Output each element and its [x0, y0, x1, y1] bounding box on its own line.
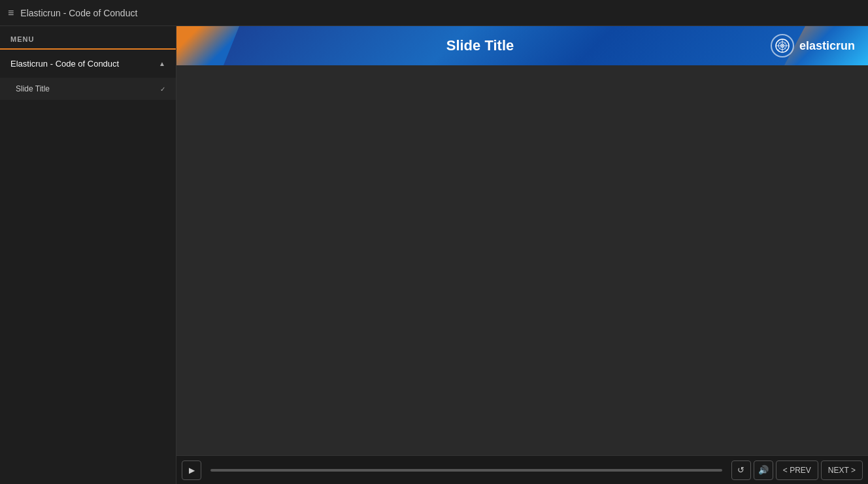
sidebar-menu-label: MENU: [0, 26, 176, 50]
next-button[interactable]: NEXT >: [821, 460, 863, 480]
elasticrun-logo-icon: [771, 34, 794, 57]
logo-area: elasticrun: [771, 34, 855, 57]
seekbar[interactable]: [210, 469, 722, 472]
slide-header: Slide Title: [176, 26, 868, 65]
sidebar: MENU Elasticrun - Code of Conduct ▲ Slid…: [0, 26, 176, 484]
sidebar-course-item[interactable]: Elasticrun - Code of Conduct ▲: [0, 50, 176, 78]
logo-text: elasticrun: [799, 39, 855, 53]
slide-title: Slide Title: [190, 37, 771, 54]
prev-button[interactable]: < PREV: [776, 460, 818, 480]
volume-icon: 🔊: [758, 465, 769, 475]
main-area: MENU Elasticrun - Code of Conduct ▲ Slid…: [0, 26, 868, 484]
play-button[interactable]: ▶: [182, 460, 201, 480]
bottom-bar: ▶ ↺ 🔊 < PREV: [176, 455, 868, 484]
top-bar-title: Elasticrun - Code of Conduct: [20, 8, 137, 18]
play-icon: ▶: [189, 466, 195, 475]
chevron-up-icon: ▲: [159, 60, 165, 67]
sidebar-slide-label: Slide Title: [16, 84, 50, 93]
bottom-controls-right: ↺ 🔊 < PREV NEXT >: [731, 460, 863, 480]
content-area: Slide Title: [176, 26, 868, 484]
prev-label: < PREV: [783, 466, 811, 475]
reload-icon: ↺: [737, 465, 744, 475]
seekbar-container: [205, 469, 727, 472]
checkmark-icon: ✓: [160, 86, 165, 93]
app-container: ≡ Elasticrun - Code of Conduct MENU Elas…: [0, 0, 868, 484]
top-bar: ≡ Elasticrun - Code of Conduct: [0, 0, 868, 26]
hamburger-icon[interactable]: ≡: [8, 7, 14, 19]
slide-container: Slide Title: [176, 26, 868, 455]
reload-button[interactable]: ↺: [731, 460, 751, 480]
volume-button[interactable]: 🔊: [754, 460, 773, 480]
sidebar-course-title: Elasticrun - Code of Conduct: [10, 59, 119, 69]
sidebar-slide-item[interactable]: Slide Title ✓: [0, 78, 176, 100]
next-label: NEXT >: [828, 466, 856, 475]
